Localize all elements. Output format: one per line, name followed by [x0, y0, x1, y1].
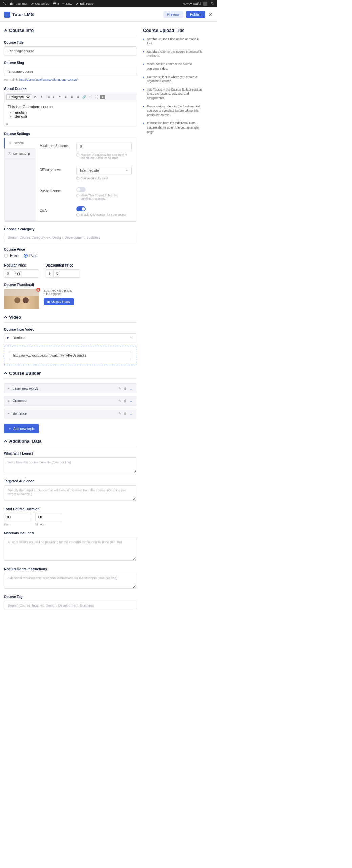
drag-icon[interactable]: ≡: [8, 399, 10, 403]
image-icon: ▣: [47, 300, 50, 303]
regular-price-input[interactable]: [12, 269, 39, 278]
max-students-help: Number of students that can enrol in thi…: [76, 153, 132, 160]
section-course-info[interactable]: Course Info: [4, 28, 136, 36]
thumbnail-label: Course Thumbnail: [4, 283, 136, 287]
category-label: Choose a category: [4, 227, 136, 231]
topic-name: Grammar: [13, 399, 116, 403]
tab-content-drip[interactable]: Content Drip: [4, 149, 36, 159]
insert-icon[interactable]: ⊞: [88, 95, 92, 99]
chevron-down-icon[interactable]: ⌄: [130, 387, 132, 390]
drag-icon[interactable]: ≡: [8, 412, 10, 415]
edit-page-link[interactable]: Edit Page: [76, 2, 93, 5]
link-icon[interactable]: 🔗: [82, 95, 86, 99]
italic-icon[interactable]: I: [39, 95, 43, 99]
section-video[interactable]: Video: [4, 315, 136, 323]
drag-icon[interactable]: ≡: [8, 387, 10, 390]
video-url-input[interactable]: [9, 351, 131, 360]
max-students-label: Maximum Students: [40, 142, 74, 148]
fullscreen-icon[interactable]: ⛶: [94, 95, 98, 99]
discounted-price-label: Discounted Price: [46, 263, 81, 267]
tag-label: Course Tag: [4, 595, 136, 599]
site-link[interactable]: Tutor Test: [9, 2, 27, 5]
preview-button[interactable]: Preview: [163, 11, 184, 18]
currency-symbol: $: [46, 269, 54, 278]
chevron-down-icon[interactable]: ⌄: [130, 399, 132, 403]
trash-icon[interactable]: 🗑: [124, 387, 127, 390]
wp-logo[interactable]: [3, 2, 6, 5]
qa-toggle[interactable]: [76, 206, 86, 211]
bold-icon[interactable]: B: [33, 95, 37, 99]
section-additional-data[interactable]: Additional Data: [4, 439, 136, 447]
edit-icon[interactable]: ✎: [118, 399, 121, 403]
discounted-price-input[interactable]: [53, 269, 80, 278]
video-source-select[interactable]: Youtube: [4, 333, 136, 342]
chevron-down-icon[interactable]: ⌄: [130, 412, 132, 415]
quote-icon[interactable]: ❝: [58, 95, 62, 99]
course-title-input[interactable]: [4, 46, 136, 56]
thumbnail-support: File Support:: [44, 292, 74, 296]
search-icon[interactable]: [211, 2, 214, 5]
tip-item: Standard size for the course thumbnail i…: [143, 50, 204, 58]
course-title-label: Course Title: [4, 41, 136, 44]
new-link[interactable]: +New: [62, 2, 72, 5]
thumbnail-delete-icon[interactable]: 🗑: [36, 288, 40, 292]
close-icon[interactable]: [208, 12, 213, 17]
youtube-icon: ▶: [7, 336, 9, 339]
comments-link[interactable]: 4: [53, 2, 59, 5]
tip-item: Add Topics in the Course Builder section…: [143, 87, 204, 100]
paragraph-select[interactable]: Paragraph: [6, 94, 31, 100]
audience-label: Targeted Audience: [4, 479, 136, 483]
svg-point-0: [3, 2, 6, 5]
hour-input[interactable]: [4, 513, 31, 521]
course-settings-box: General Content Drip Maximum Students Nu…: [4, 138, 136, 222]
intro-video-label: Course Intro Video: [4, 328, 136, 331]
section-course-builder[interactable]: Course Builder: [4, 371, 136, 379]
audience-textarea[interactable]: [4, 485, 136, 501]
trash-icon[interactable]: 🗑: [124, 399, 127, 403]
upload-image-button[interactable]: ▣Upload Image: [44, 298, 74, 305]
rich-editor: Paragraph B I ⋮≡ ≡ ❝ ≡ ≡ ≡ 🔗 ⊞ ⛶ ≡ This …: [4, 93, 136, 126]
topic-name: Learn new words: [13, 387, 116, 390]
requirements-textarea[interactable]: [4, 573, 136, 589]
number-list-icon[interactable]: ≡: [51, 95, 56, 99]
trash-icon[interactable]: 🗑: [124, 412, 127, 415]
permalink-link[interactable]: http://demo.local/courses/language-cours…: [19, 78, 78, 81]
tip-item: Course Builder is where you create & org…: [143, 75, 204, 83]
hour-label: Hour: [4, 522, 31, 526]
public-course-label: Public Course: [40, 187, 74, 193]
regular-price-label: Regular Price: [4, 263, 39, 267]
learn-textarea[interactable]: [4, 457, 136, 473]
course-slug-input[interactable]: [4, 67, 136, 76]
more-icon[interactable]: ≡: [100, 95, 105, 99]
tag-input[interactable]: [4, 601, 136, 610]
qa-help: Enable Q&A section for your course: [76, 213, 132, 217]
svg-point-2: [10, 143, 11, 144]
add-topic-button[interactable]: ＋Add new topic: [4, 424, 39, 433]
align-left-icon[interactable]: ≡: [64, 95, 68, 99]
align-right-icon[interactable]: ≡: [76, 95, 80, 99]
customize-link[interactable]: Customize: [31, 2, 50, 5]
edit-icon[interactable]: ✎: [118, 387, 121, 390]
topic-row: ≡ Learn new words ✎🗑⌄: [4, 383, 136, 393]
public-course-toggle[interactable]: [76, 187, 86, 192]
tips-list: Set the Course Price option or make it f…: [143, 37, 204, 134]
tab-general[interactable]: General: [4, 138, 36, 149]
align-center-icon[interactable]: ≡: [70, 95, 74, 99]
materials-textarea[interactable]: [4, 537, 136, 561]
topic-row: ≡ Grammar ✎🗑⌄: [4, 396, 136, 406]
category-input[interactable]: [4, 233, 136, 242]
edit-icon[interactable]: ✎: [118, 412, 121, 415]
editor-content[interactable]: This is a Gutenberg course English Benga…: [4, 101, 136, 122]
bullet-list-icon[interactable]: ⋮≡: [45, 95, 49, 99]
thumbnail-size: Size: 700×430 pixels: [44, 289, 74, 292]
permalink: Permalink: http://demo.local/courses/lan…: [4, 78, 136, 81]
price-free-radio[interactable]: Free: [4, 253, 18, 258]
price-paid-radio[interactable]: Paid: [24, 253, 38, 258]
topic-row: ≡ Sentence ✎🗑⌄: [4, 409, 136, 418]
minute-input[interactable]: [35, 513, 62, 521]
howdy-link[interactable]: Howdy, Saiful: [183, 2, 207, 6]
max-students-input[interactable]: [76, 142, 132, 151]
plus-icon: ＋: [8, 426, 12, 431]
publish-button[interactable]: Publish: [186, 11, 205, 18]
difficulty-select[interactable]: Intermediate: [76, 166, 132, 175]
